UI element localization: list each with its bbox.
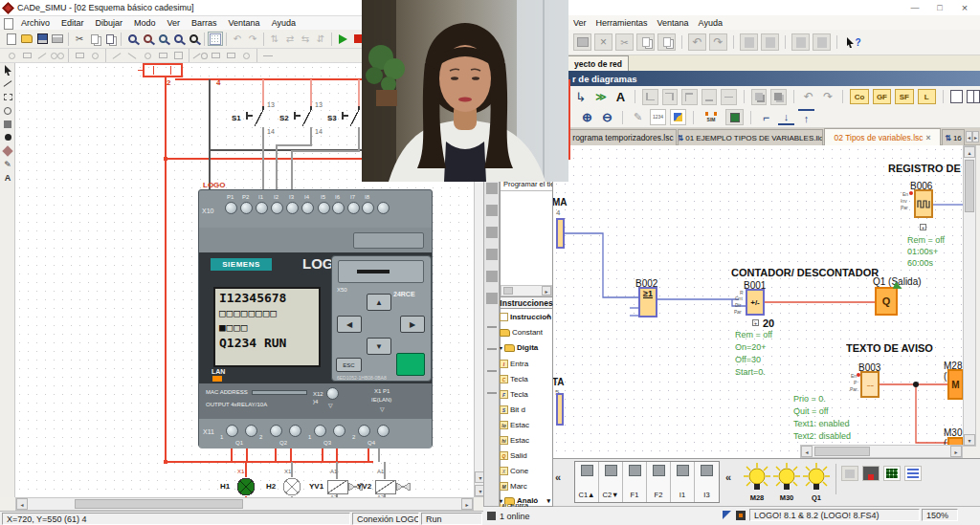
menu-dibujar[interactable]: Dibujar (96, 18, 123, 28)
dock-icon[interactable] (486, 227, 498, 238)
tree-folder-constantes[interactable]: Constant (500, 325, 552, 339)
online-test-icon[interactable] (725, 109, 744, 125)
block-b006-datalog[interactable] (914, 189, 933, 218)
menu-ver[interactable]: Ver (573, 18, 587, 28)
redo-icon[interactable]: ↷ (709, 33, 727, 51)
scroll-down-button[interactable]: ▾ (964, 434, 975, 446)
align-left-icon[interactable] (642, 89, 657, 105)
cade-hscrollbar[interactable]: ◂ ▸ (15, 497, 474, 511)
layout-icon[interactable] (841, 466, 858, 481)
tab-close-icon[interactable]: × (926, 133, 931, 142)
zoom-out-button[interactable] (155, 32, 170, 46)
component-icon-8[interactable] (124, 49, 140, 63)
sim-switch-c1[interactable]: C1▲ (575, 462, 599, 502)
tree-scroll-up[interactable]: ^ (546, 314, 550, 320)
component-icon-11[interactable] (170, 49, 186, 63)
menu-archivo[interactable]: Archivo (21, 18, 50, 28)
fbd-hscrollbar[interactable]: ◂ ▸ (800, 445, 963, 458)
logic-button[interactable]: L (918, 89, 936, 104)
simulation-play-button[interactable] (335, 32, 350, 46)
align-bottom-icon[interactable] (702, 89, 717, 105)
scroll-right-button[interactable]: ▸ (542, 286, 551, 295)
redo-icon[interactable]: ↷ (820, 89, 835, 105)
send-back-icon[interactable] (770, 89, 786, 105)
copy-icon[interactable] (636, 33, 655, 51)
panel-hscrollbar[interactable]: ▸ (501, 285, 552, 296)
sim-switch-i1[interactable]: I1 (671, 462, 695, 502)
fbd-canvas[interactable]: MA 4 TA 5 REGISTRO DE DATOS B006 En Inv … (552, 145, 963, 458)
open-file-button[interactable] (19, 32, 34, 46)
component-icon-7[interactable] (109, 49, 124, 63)
context-help-icon[interactable]: ? (843, 33, 864, 51)
zoom-select-button[interactable] (186, 32, 201, 46)
tree-item-estado-lo[interactable]: loEstac (500, 418, 552, 432)
plc-start-button[interactable] (396, 353, 425, 376)
split-window-button[interactable] (967, 90, 980, 103)
tab-programa-temporizadores[interactable]: rograma temporizadores.lsc (569, 129, 677, 145)
partial-block-a[interactable] (556, 218, 565, 249)
undo-icon[interactable]: ↶ (688, 33, 706, 51)
constants-button[interactable]: Co (850, 89, 868, 104)
menu-ventana[interactable]: Ventana (657, 18, 689, 28)
sim-switch-f1[interactable]: F1 (623, 462, 647, 502)
text-tool[interactable]: A (1, 171, 14, 184)
dock-icon[interactable] (486, 271, 498, 282)
dock-icon[interactable] (486, 205, 498, 216)
new-file-button[interactable] (4, 32, 19, 46)
close-button[interactable]: × (956, 1, 973, 13)
filled-rect-tool[interactable] (1, 118, 14, 130)
tree-item-marca[interactable]: MMarc (500, 479, 552, 493)
plc-left-button[interactable]: ◀ (337, 316, 362, 333)
collapse-chevrons[interactable]: « (725, 471, 731, 483)
text-tool-icon[interactable]: A (613, 88, 628, 105)
dock-icon[interactable] (486, 293, 498, 304)
expand-arrow[interactable]: ▾ (500, 497, 502, 504)
align-right-icon[interactable] (662, 89, 678, 105)
paste-button[interactable] (102, 32, 118, 46)
paste-icon[interactable] (657, 33, 676, 51)
scroll-left-button[interactable]: ◂ (801, 446, 813, 457)
menu-herramientas[interactable]: Herramientas (596, 18, 648, 28)
page-prev-icon[interactable] (740, 33, 758, 51)
save-button[interactable] (34, 32, 50, 46)
special-functions-button[interactable]: SF (895, 89, 913, 104)
tree-item-entrada-analogica[interactable]: AIEntra (500, 504, 552, 507)
menu-ayuda[interactable]: Ayuda (699, 18, 723, 28)
connector-tool-icon[interactable]: ↳ (572, 88, 589, 105)
plc-esc-button[interactable]: ESC (336, 358, 362, 372)
cut-icon[interactable]: ✂ (615, 33, 634, 51)
grid-toggle-button[interactable] (208, 32, 223, 46)
component-icon-4[interactable] (50, 49, 65, 63)
component-icon-16[interactable] (260, 49, 276, 63)
align-top-icon[interactable] (681, 89, 697, 105)
scroll-right-button[interactable]: ▸ (461, 498, 473, 510)
cut-button[interactable]: ✂ (72, 32, 87, 46)
block-b003-msgtext[interactable]: -- -- (860, 371, 880, 398)
zoom-in-button[interactable] (170, 32, 186, 46)
page-down-connector-icon[interactable]: ↓ (778, 109, 794, 125)
connect-blocks-icon[interactable]: ≫ (592, 88, 609, 105)
expand-icon[interactable]: + (752, 319, 759, 326)
component-icon-2[interactable] (19, 49, 34, 63)
tree-item-tecla-cursor[interactable]: CTecla (500, 372, 552, 386)
simulation-icon[interactable]: SIM (701, 109, 722, 125)
dock-icon[interactable] (486, 183, 498, 194)
zoom-in-icon[interactable]: ⊕ (579, 109, 595, 125)
component-icon-14[interactable] (223, 49, 238, 63)
ellipse-tool[interactable] (1, 104, 14, 117)
tree-item-conector[interactable]: XCone (500, 464, 552, 478)
mirror-v-icon[interactable]: ⇵ (313, 32, 328, 46)
plc-up-button[interactable]: ▲ (367, 294, 391, 311)
scroll-left-button[interactable]: ◂ (16, 498, 28, 510)
print-button[interactable] (50, 32, 65, 46)
scroll-up-button[interactable]: ▴ (964, 146, 975, 158)
menu-ver[interactable]: Ver (167, 18, 181, 28)
menu-ventana[interactable]: Ventana (229, 18, 260, 28)
menu-editar[interactable]: Editar (61, 18, 84, 28)
tree-item-bit-registro[interactable]: SBit d (500, 403, 552, 417)
parameter-box-icon[interactable] (670, 109, 686, 125)
component-icon-3[interactable] (34, 49, 50, 63)
undo-icon[interactable]: ↶ (801, 89, 816, 105)
block-b002-or[interactable]: ≥1 (638, 287, 657, 317)
redo-button[interactable]: ↷ (245, 32, 260, 46)
